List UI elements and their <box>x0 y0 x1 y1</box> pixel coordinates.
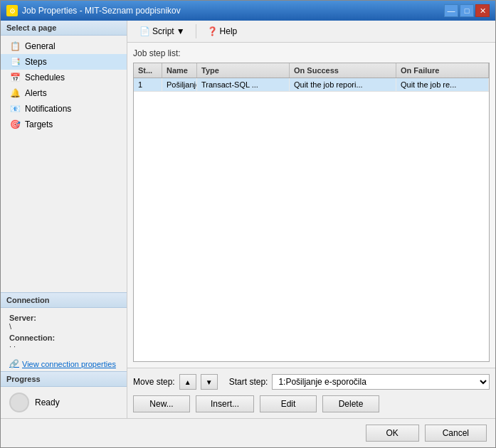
start-step-select[interactable]: 1:Pošiljanje e-sporočila <box>272 374 490 390</box>
connection-value: · · <box>9 342 118 351</box>
sidebar: Select a page 📋 General 📑 Steps 📅 Schedu… <box>1 21 127 418</box>
cell-success: Quit the job repori... <box>290 78 396 91</box>
table-header: St... Name Type On Success On Failure <box>134 63 489 78</box>
sidebar-item-steps[interactable]: 📑 Steps <box>1 54 127 70</box>
cell-name: Pošiljanje e-sporočila <box>162 78 197 91</box>
sidebar-item-targets[interactable]: 🎯 Targets <box>1 117 127 132</box>
schedules-icon: 📅 <box>9 72 21 83</box>
bottom-controls: Move step: ▲ ▼ Start step: 1:Pošiljanje … <box>127 368 495 418</box>
sidebar-item-label-schedules: Schedules <box>25 73 65 82</box>
col-header-success: On Success <box>290 63 396 78</box>
toolbar: 📄 Script ▼ ❓ Help <box>127 21 495 43</box>
col-header-failure: On Failure <box>396 63 489 78</box>
col-header-type: Type <box>197 63 290 78</box>
content-area: Select a page 📋 General 📑 Steps 📅 Schedu… <box>1 21 495 418</box>
move-down-button[interactable]: ▼ <box>201 374 218 390</box>
script-dropdown-icon: ▼ <box>176 26 185 36</box>
general-icon: 📋 <box>9 41 21 52</box>
edit-button[interactable]: Edit <box>260 395 317 412</box>
sidebar-item-notifications[interactable]: 📧 Notifications <box>1 101 127 117</box>
sidebar-item-label-targets: Targets <box>25 119 53 129</box>
col-header-name: Name <box>162 63 197 78</box>
sidebar-item-schedules[interactable]: 📅 Schedules <box>1 70 127 85</box>
progress-spinner <box>9 393 29 412</box>
connection-label: Connection: <box>9 334 55 342</box>
progress-area: Ready <box>1 387 127 418</box>
sidebar-item-label-general: General <box>25 41 56 51</box>
script-label: Script <box>152 26 174 36</box>
progress-header: Progress <box>1 371 127 387</box>
cell-type: Transact-SQL ... <box>197 78 290 91</box>
insert-button[interactable]: Insert... <box>196 395 254 412</box>
cell-step: 1 <box>134 78 162 91</box>
footer: OK Cancel <box>1 418 495 447</box>
sidebar-items: 📋 General 📑 Steps 📅 Schedules 🔔 Alerts � <box>1 36 127 292</box>
sidebar-item-label-alerts: Alerts <box>25 88 47 98</box>
script-button[interactable]: 📄 Script ▼ <box>133 23 191 39</box>
targets-icon: 🎯 <box>9 119 21 130</box>
move-step-label: Move step: <box>133 377 175 387</box>
main-area: 📄 Script ▼ ❓ Help Job step list: St... <box>127 21 495 418</box>
help-label: Help <box>220 26 238 36</box>
start-step-label: Start step: <box>229 377 268 387</box>
ok-button[interactable]: OK <box>366 425 419 442</box>
minimize-button[interactable]: — <box>444 4 458 17</box>
help-icon: ❓ <box>207 26 218 36</box>
alerts-icon: 🔔 <box>9 87 21 99</box>
sidebar-item-label-notifications: Notifications <box>25 104 71 114</box>
help-button[interactable]: ❓ Help <box>201 23 244 39</box>
cell-failure: Quit the job re... <box>396 78 489 91</box>
window-icon: ⚙ <box>6 5 18 16</box>
title-bar: ⚙ Job Properties - MIT-Seznam podpisniko… <box>1 1 495 21</box>
notifications-icon: 📧 <box>9 103 21 114</box>
close-button[interactable]: ✕ <box>475 4 490 17</box>
delete-button[interactable]: Delete <box>322 395 379 412</box>
job-step-table: St... Name Type On Success On Failure 1 … <box>133 63 490 362</box>
job-step-list-label: Job step list: <box>133 48 490 58</box>
select-page-header: Select a page <box>1 21 127 36</box>
maximize-button[interactable]: □ <box>460 4 474 17</box>
progress-status: Ready <box>35 398 60 407</box>
main-window: ⚙ Job Properties - MIT-Seznam podpisniko… <box>0 0 496 448</box>
window-title: Job Properties - MIT-Seznam podpisnikov <box>22 6 181 16</box>
cancel-button[interactable]: Cancel <box>425 425 487 442</box>
toolbar-separator <box>196 24 196 38</box>
sidebar-item-alerts[interactable]: 🔔 Alerts <box>1 85 127 101</box>
table-row[interactable]: 1 Pošiljanje e-sporočila Transact-SQL ..… <box>134 78 489 92</box>
server-label: Server: <box>9 314 36 322</box>
connection-link-text: View connection properties <box>22 360 116 368</box>
main-content: Job step list: St... Name Type On Succes… <box>127 43 495 368</box>
connection-header: Connection <box>1 292 127 308</box>
move-up-button[interactable]: ▲ <box>179 374 196 390</box>
view-connection-properties-link[interactable]: 🔗 View connection properties <box>1 356 127 371</box>
sidebar-item-general[interactable]: 📋 General <box>1 38 127 54</box>
steps-icon: 📑 <box>9 56 21 68</box>
new-button[interactable]: New... <box>133 395 190 412</box>
server-value: \ <box>9 322 118 331</box>
col-header-step: St... <box>134 63 162 78</box>
connection-info: Server: \ Connection: · · <box>1 308 127 356</box>
sidebar-item-label-steps: Steps <box>25 57 47 67</box>
script-icon: 📄 <box>139 26 150 36</box>
connection-link-icon: 🔗 <box>9 359 19 368</box>
